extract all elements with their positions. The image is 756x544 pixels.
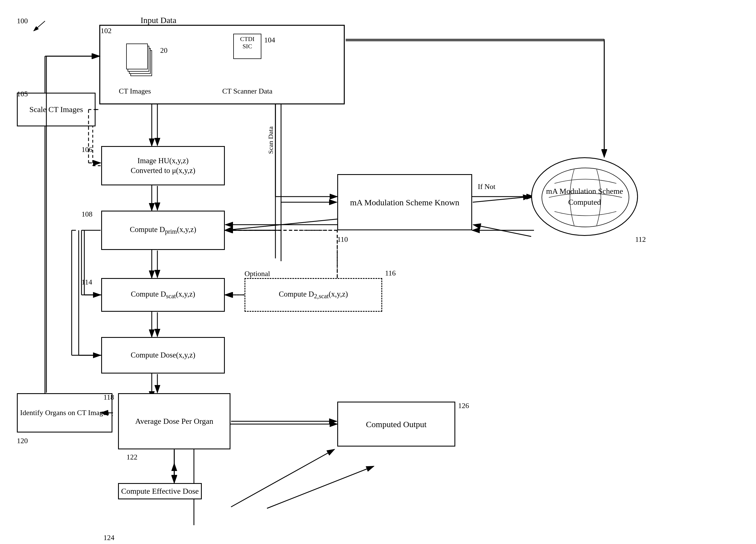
svg-line-34	[267, 466, 374, 508]
image-hu-box: Image HU(x,y,z)Converted to μ(x,y,z)	[101, 146, 225, 185]
compute-dscat-label: Compute Dscat(x,y,z)	[131, 289, 195, 300]
average-dose-label: Average Dose Per Organ	[135, 416, 213, 426]
ref-110: 110	[337, 235, 348, 244]
compute-dose-label: Compute Dose(x,y,z)	[131, 350, 195, 360]
compute-dose-box: Compute Dose(x,y,z)	[101, 337, 225, 373]
svg-line-54	[231, 449, 334, 507]
ref-124: 124	[103, 534, 114, 542]
ma-mod-computed-label: mA Modulation Scheme Computed	[532, 186, 637, 208]
ct-images-label: CT Images	[110, 87, 160, 96]
ma-mod-known-label: mA Modulation Scheme Known	[350, 197, 459, 208]
ctdi-label: CTDI SIC	[236, 35, 259, 50]
svg-rect-42	[126, 44, 148, 69]
svg-line-11	[225, 219, 337, 230]
ref-100: 100	[17, 17, 28, 25]
scan-data-label: Scan Data	[267, 126, 275, 154]
compute-dscat-box: Compute Dscat(x,y,z)	[101, 278, 225, 312]
average-dose-box: Average Dose Per Organ	[118, 393, 230, 449]
identify-organs-label: Identify Organs on CT Images	[20, 408, 109, 418]
ref-104: 104	[264, 36, 275, 44]
optional-label: Optional	[245, 270, 270, 278]
compute-effective-dose-label: Compute Effective Dose	[121, 486, 199, 496]
image-hu-label: Image HU(x,y,z)Converted to μ(x,y,z)	[131, 156, 195, 176]
input-data-label: Input Data	[141, 15, 176, 25]
scale-ct-images-box: Scale CT Images	[17, 93, 96, 126]
computed-output-box: Computed Output	[337, 402, 455, 446]
compute-d2scat-label: Compute D2,scat(x,y,z)	[279, 289, 348, 300]
compute-d2scat-box: Compute D2,scat(x,y,z)	[245, 278, 382, 312]
ct-scanner-data-label: CT Scanner Data	[211, 87, 284, 96]
ref-126: 126	[458, 402, 469, 410]
ct-images-icon	[125, 42, 156, 79]
ref-114: 114	[82, 278, 92, 286]
svg-line-62	[473, 225, 531, 237]
ref-102: 102	[101, 27, 112, 35]
scale-ct-images-label: Scale CT Images	[30, 105, 83, 115]
identify-organs-box: Identify Organs on CT Images	[17, 393, 112, 432]
ref-105: 105	[17, 90, 28, 98]
ref-120: 120	[17, 437, 28, 445]
ref-116: 116	[385, 269, 396, 277]
ma-mod-known-box: mA Modulation Scheme Known	[337, 174, 472, 230]
ctdi-box: CTDI SIC	[233, 34, 261, 59]
ref-108: 108	[82, 210, 92, 219]
if-not-label: If Not	[478, 183, 495, 191]
ref-106: 106	[82, 146, 92, 154]
compute-dprim-label: Compute Dprim(x,y,z)	[130, 225, 196, 236]
ref-112: 112	[635, 235, 646, 244]
compute-effective-dose-box: Compute Effective Dose	[118, 483, 202, 499]
ref-118: 118	[103, 393, 114, 402]
svg-line-38	[34, 21, 45, 31]
computed-output-label: Computed Output	[366, 419, 427, 430]
compute-dprim-box: Compute Dprim(x,y,z)	[101, 211, 225, 250]
ma-mod-computed-box: mA Modulation Scheme Computed	[531, 157, 638, 236]
ref-122: 122	[126, 453, 137, 461]
ref-20: 20	[160, 46, 168, 55]
svg-line-61	[473, 197, 531, 202]
